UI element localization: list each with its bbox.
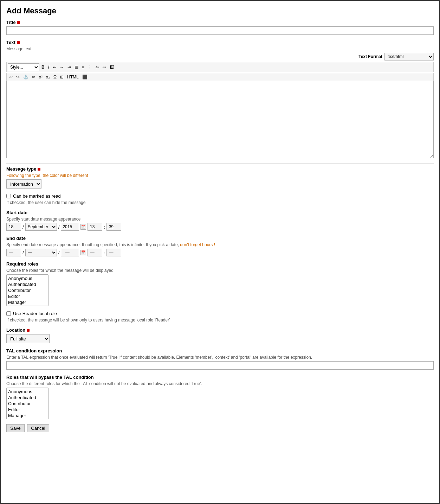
action-buttons: Save Cancel: [6, 424, 434, 432]
start-min-input[interactable]: [106, 223, 121, 231]
page-title: Add Message: [6, 6, 434, 15]
edit-link-btn[interactable]: ✏: [31, 74, 37, 80]
superscript-btn[interactable]: x²: [38, 74, 44, 80]
start-cal-icon[interactable]: 📅: [80, 224, 86, 230]
text-format-select[interactable]: text/html text/plain: [384, 53, 434, 60]
can-be-marked-row: Can be marked as read: [6, 193, 434, 199]
bold-btn[interactable]: B: [40, 64, 46, 70]
use-reader-checkbox[interactable]: [6, 311, 11, 316]
location-select[interactable]: Full site Current section: [6, 334, 50, 343]
tal-label: TAL condition expression: [6, 348, 434, 353]
ul-btn[interactable]: ⋮: [86, 64, 93, 70]
italic-btn[interactable]: I: [47, 64, 51, 70]
start-sep2: /: [58, 224, 60, 230]
can-be-marked-desc: If checked, the user can hide the messag…: [6, 200, 434, 205]
start-date-desc: Specify start date message appearance: [6, 217, 434, 222]
link-btn[interactable]: ⚓: [22, 74, 30, 80]
style-select[interactable]: Style...: [8, 63, 39, 71]
message-type-desc: Following the type, the color will be di…: [6, 173, 434, 178]
bypass-label: Roles that will bypass the TAL condition: [6, 375, 434, 380]
special-char-btn[interactable]: Ω: [52, 74, 58, 80]
use-reader-row: Use Reader local role: [6, 311, 434, 316]
image-btn[interactable]: 🖼: [108, 64, 115, 70]
start-date-label: Start date: [6, 210, 434, 215]
use-reader-block: Use Reader local role If checked, the me…: [6, 311, 434, 323]
title-required: [17, 21, 20, 24]
end-month-select[interactable]: — JanuaryFebruaryMarch AprilMayJune July…: [25, 249, 57, 256]
outdent-btn[interactable]: ⇦: [94, 64, 101, 70]
end-day-input[interactable]: [6, 249, 21, 256]
ol-btn[interactable]: ≡: [80, 64, 86, 70]
align-right-btn[interactable]: ⇥: [66, 64, 72, 70]
bypass-desc: Choose the different roles for which the…: [6, 381, 434, 386]
dont-forget-text: don't forget hours !: [180, 242, 215, 247]
text-helper: Message text: [6, 46, 434, 51]
required-roles-block: Required roles Choose the roles for whic…: [6, 261, 434, 306]
indent-btn[interactable]: ⇨: [101, 64, 108, 70]
text-format-label: Text Format: [358, 54, 382, 59]
required-roles-select[interactable]: Anonymous Authenticated Contributor Edit…: [6, 274, 48, 306]
start-date-row: / JanuaryFebruaryMarch AprilMayJune July…: [6, 223, 434, 231]
align-center-btn[interactable]: ↔: [58, 64, 65, 70]
end-hour-input[interactable]: [88, 249, 102, 256]
message-type-label: Message type: [6, 166, 434, 172]
cancel-button[interactable]: Cancel: [27, 424, 49, 432]
html-btn[interactable]: HTML: [66, 74, 80, 80]
start-sep1: /: [22, 224, 24, 230]
editor-area[interactable]: [6, 81, 434, 158]
can-be-marked-checkbox[interactable]: [6, 194, 11, 198]
location-required: [27, 329, 30, 332]
end-date-block: End date Specify end date message appear…: [6, 236, 434, 256]
title-field-block: Title: [6, 20, 434, 35]
required-roles-label: Required roles: [6, 261, 434, 267]
redo-btn[interactable]: ↪: [15, 74, 21, 80]
end-sep1: /: [22, 250, 24, 255]
end-min-input[interactable]: [106, 249, 121, 256]
source-btn[interactable]: ⬛: [81, 74, 89, 80]
bypass-roles-select[interactable]: Anonymous Authenticated Contributor Edit…: [6, 388, 48, 419]
start-sep3: :: [104, 224, 105, 230]
divider1: [6, 163, 434, 164]
save-button[interactable]: Save: [6, 424, 25, 432]
start-year-input[interactable]: [61, 223, 79, 231]
start-month-select[interactable]: JanuaryFebruaryMarch AprilMayJune JulyAu…: [25, 223, 57, 231]
end-sep3: :: [104, 250, 105, 255]
tal-block: TAL condition expression Enter a TAL exp…: [6, 348, 434, 370]
start-hour-input[interactable]: [88, 223, 102, 231]
end-date-row: / — JanuaryFebruaryMarch AprilMayJune Ju…: [6, 249, 434, 256]
align-justify-btn[interactable]: ▤: [73, 64, 80, 70]
editor-toolbar-row1: Style... B I ⇤ ↔ ⇥ ▤ ≡ ⋮ ⇦ ⇨ 🖼: [6, 62, 434, 72]
start-date-block: Start date Specify start date message ap…: [6, 210, 434, 231]
title-label: Title: [6, 20, 434, 25]
can-be-marked-block: Can be marked as read If checked, the us…: [6, 193, 434, 205]
end-sep2: /: [58, 250, 60, 255]
use-reader-label: Use Reader local role: [13, 311, 57, 316]
start-day-input[interactable]: [6, 223, 21, 231]
end-date-desc: Specify end date message appearance. If …: [6, 242, 434, 247]
use-reader-desc: If checked, the message will be shown on…: [6, 318, 434, 323]
align-left-btn[interactable]: ⇤: [51, 64, 58, 70]
bypass-block: Roles that will bypass the TAL condition…: [6, 375, 434, 419]
undo-btn[interactable]: ↩: [8, 74, 14, 80]
location-label: Location: [6, 327, 434, 333]
end-cal-icon[interactable]: 📅: [80, 250, 86, 255]
required-roles-desc: Choose the roles for which the message w…: [6, 268, 434, 273]
location-block: Location Full site Current section: [6, 327, 434, 343]
message-type-select[interactable]: Information Warning Error: [6, 179, 41, 189]
text-label: Text: [6, 40, 434, 45]
tal-input[interactable]: [6, 361, 434, 370]
message-type-block: Message type Following the type, the col…: [6, 166, 434, 189]
title-input[interactable]: [6, 26, 434, 35]
editor-toolbar-row2: ↩ ↪ ⚓ ✏ x² x₂ Ω ⊞ HTML ⬛: [6, 73, 434, 81]
end-year-input[interactable]: [61, 249, 79, 256]
text-field-block: Text Message text Text Format text/html …: [6, 40, 434, 158]
can-be-marked-label: Can be marked as read: [13, 193, 61, 199]
subscript-btn[interactable]: x₂: [45, 74, 51, 80]
message-type-required: [38, 168, 40, 171]
page-wrapper: Add Message Title Text Message text Text…: [0, 0, 440, 504]
end-date-label: End date: [6, 236, 434, 241]
tal-desc: Enter a TAL expression that once evaluat…: [6, 355, 434, 360]
table-btn[interactable]: ⊞: [59, 74, 65, 80]
text-format-row: Text Format text/html text/plain: [6, 53, 434, 60]
text-required: [17, 41, 20, 44]
